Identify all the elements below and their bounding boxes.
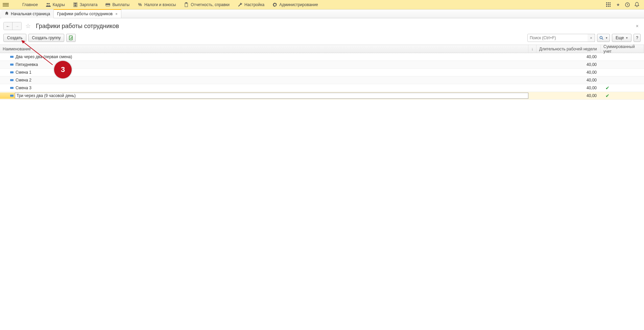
col-sort-indicator[interactable]: ↓ <box>528 45 536 53</box>
tab-schedules[interactable]: Графики работы сотрудников × <box>54 9 121 18</box>
favorites-star-icon[interactable]: ★ <box>615 2 621 8</box>
close-tab-icon[interactable]: × <box>115 12 117 16</box>
bell-icon[interactable] <box>634 2 640 8</box>
more-button[interactable]: Еще <box>612 34 631 42</box>
cell-name[interactable]: Пятидневка <box>0 62 528 67</box>
svg-point-4 <box>74 5 75 5</box>
svg-rect-11 <box>106 4 110 5</box>
row-name: Смена 1 <box>16 70 31 75</box>
cell-duration: 40,00 <box>536 93 601 98</box>
people-icon <box>46 2 51 7</box>
svg-point-25 <box>600 37 602 39</box>
svg-rect-14 <box>606 2 607 3</box>
toolbar: Создать Создать группу × Еще ? <box>0 32 644 45</box>
svg-rect-24 <box>69 36 72 40</box>
menu-выплаты[interactable]: Выплаты <box>101 0 134 9</box>
cell-duration: 40,00 <box>536 54 601 59</box>
search-input[interactable] <box>527 34 595 42</box>
cell-summed: ✔ <box>601 93 644 98</box>
menu-администрирование[interactable]: Администрирование <box>268 0 322 9</box>
cell-name[interactable]: Смена 3 <box>0 86 528 90</box>
cell-duration: 40,00 <box>536 86 601 90</box>
row-icon <box>10 79 14 81</box>
help-button[interactable]: ? <box>634 34 641 42</box>
table-header: Наименование ↓ Длительность рабочей неде… <box>0 45 644 53</box>
history-icon[interactable] <box>624 2 630 8</box>
cell-duration: 40,00 <box>536 62 601 67</box>
tab-home[interactable]: Начальная страница <box>1 9 54 18</box>
cell-name[interactable]: Смена 2 <box>0 78 528 82</box>
svg-rect-16 <box>610 2 611 3</box>
svg-rect-20 <box>606 6 607 7</box>
table-row[interactable]: Смена 240,00 <box>0 76 644 84</box>
search-menu-button[interactable] <box>597 34 610 42</box>
close-page-icon[interactable]: × <box>634 23 641 29</box>
svg-point-7 <box>74 5 75 6</box>
wrench-icon <box>238 2 242 7</box>
cell-name[interactable]: Два через два (первая смена) <box>0 54 528 59</box>
row-name: Смена 3 <box>16 86 31 90</box>
refresh-button[interactable] <box>66 34 76 42</box>
svg-point-8 <box>75 5 76 6</box>
svg-rect-13 <box>186 2 187 3</box>
menu-главное[interactable]: Главное <box>11 0 42 9</box>
menu-кадры[interactable]: Кадры <box>42 0 69 9</box>
apps-grid-icon[interactable] <box>605 2 612 8</box>
page-header: ← → ☆ Графики работы сотрудников × <box>0 18 644 32</box>
svg-point-9 <box>76 5 76 6</box>
svg-rect-12 <box>185 3 188 7</box>
col-summed[interactable]: Суммированный учет <box>601 45 644 53</box>
menu-настройка[interactable]: Настройка <box>234 0 268 9</box>
annotation-badge: 3 <box>54 61 72 78</box>
row-icon <box>10 95 14 97</box>
create-group-button[interactable]: Создать группу <box>28 34 65 42</box>
svg-rect-17 <box>606 4 607 5</box>
hamburger-icon[interactable] <box>3 3 9 6</box>
cell-summed: ✔ <box>601 85 644 91</box>
table-row[interactable]: Два через два (первая смена)40,00 <box>0 53 644 61</box>
tabs-bar: Начальная страница Графики работы сотруд… <box>0 9 644 18</box>
forward-button[interactable]: → <box>13 22 21 30</box>
svg-rect-21 <box>608 6 609 7</box>
svg-rect-18 <box>608 4 609 5</box>
table-row[interactable]: Смена 140,00 <box>0 69 644 76</box>
table-body: Два через два (первая смена)40,00Пятидне… <box>0 53 644 100</box>
svg-rect-22 <box>610 6 611 7</box>
cell-name[interactable]: Три через два (9 часовой день) <box>0 93 528 99</box>
row-icon <box>10 87 14 89</box>
svg-rect-3 <box>74 3 76 4</box>
percent-icon: % <box>138 2 142 7</box>
selected-name: Три через два (9 часовой день) <box>15 93 528 99</box>
home-icon <box>5 11 9 16</box>
svg-point-1 <box>48 3 50 4</box>
menu-отчетность-справки[interactable]: Отчетность, справки <box>180 0 234 9</box>
row-icon <box>10 64 14 66</box>
calc-icon <box>73 2 78 7</box>
col-duration[interactable]: Длительность рабочей недели <box>536 45 601 53</box>
favorite-star-icon[interactable]: ☆ <box>24 22 32 30</box>
tab-schedules-label: Графики работы сотрудников <box>57 11 113 16</box>
cell-duration: 40,00 <box>536 70 601 75</box>
main-menu-bar: ГлавноеКадрыЗарплатаВыплаты%Налоги и взн… <box>0 0 644 9</box>
table-row[interactable]: Три через два (9 часовой день)40,00✔ <box>0 92 644 100</box>
tab-home-label: Начальная страница <box>11 11 50 16</box>
menu-налоги-и-взносы[interactable]: %Налоги и взносы <box>134 0 180 9</box>
row-icon <box>10 56 14 58</box>
col-name[interactable]: Наименование <box>0 45 528 53</box>
menu-зарплата[interactable]: Зарплата <box>69 0 102 9</box>
cell-duration: 40,00 <box>536 78 601 82</box>
table-row[interactable]: Пятидневка40,00 <box>0 61 644 69</box>
search-clear-button[interactable]: × <box>588 34 595 42</box>
row-name: Пятидневка <box>16 62 38 67</box>
table-row[interactable]: Смена 340,00✔ <box>0 84 644 92</box>
page-title: Графики работы сотрудников <box>36 23 119 30</box>
svg-rect-15 <box>608 2 609 3</box>
card-icon <box>105 2 110 7</box>
svg-point-5 <box>75 5 76 5</box>
svg-point-0 <box>47 3 48 4</box>
search-wrap: × <box>527 34 595 42</box>
row-name: Смена 2 <box>16 78 31 82</box>
cell-name[interactable]: Смена 1 <box>0 70 528 75</box>
menu-icon <box>16 2 20 7</box>
back-button[interactable]: ← <box>4 22 13 30</box>
